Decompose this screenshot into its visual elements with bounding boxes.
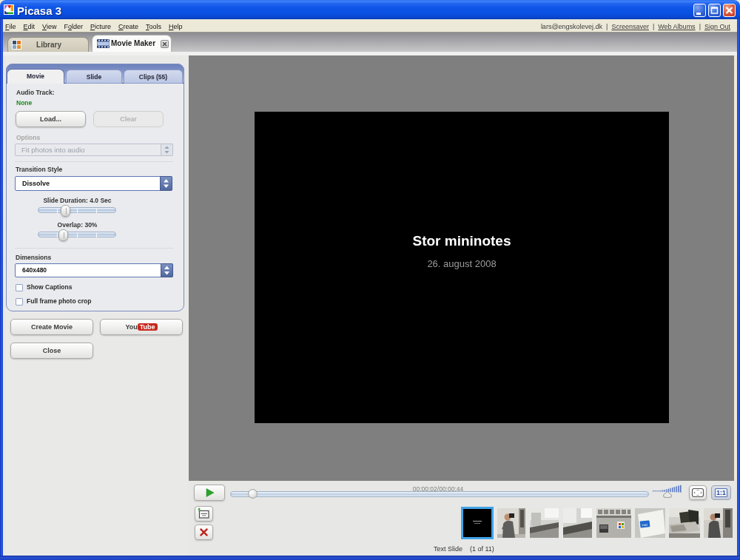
svg-text:intel: intel [642,523,648,527]
svg-text:1:1: 1:1 [716,489,726,496]
